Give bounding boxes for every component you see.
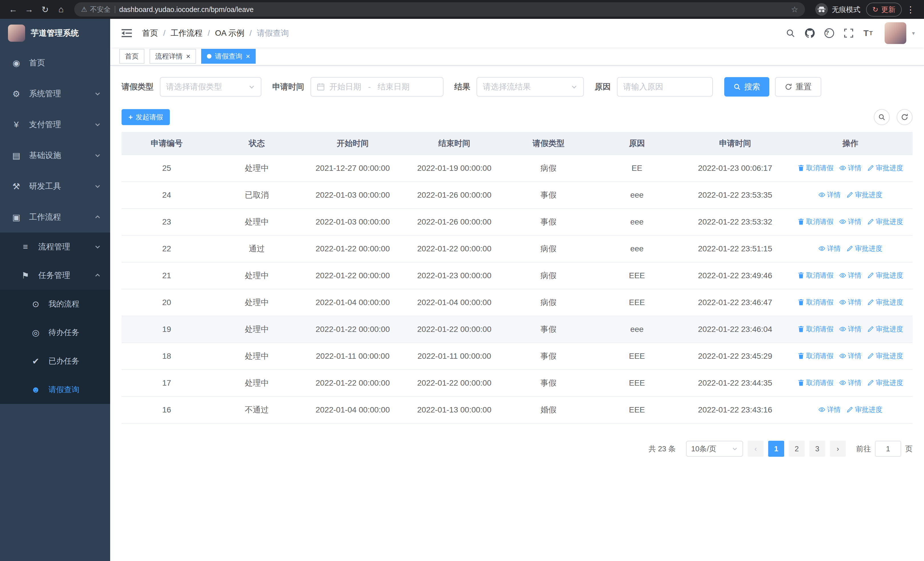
- cancel-leave-link[interactable]: 取消请假: [798, 351, 834, 361]
- sidebar-item-home[interactable]: ◉首页: [0, 47, 110, 78]
- sidebar-item-leave-query[interactable]: ☻请假查询: [0, 375, 110, 404]
- eye-icon: ◎: [31, 328, 40, 338]
- approval-progress-link[interactable]: 审批进度: [867, 325, 903, 334]
- detail-link[interactable]: 详情: [818, 190, 841, 199]
- sidebar-item-done-task[interactable]: ✔已办任务: [0, 347, 110, 375]
- tools-icon: ⚒: [11, 181, 21, 191]
- cancel-leave-link[interactable]: 取消请假: [798, 298, 834, 307]
- detail-link[interactable]: 详情: [839, 271, 861, 280]
- breadcrumb-item[interactable]: 工作流程: [171, 28, 202, 39]
- detail-link[interactable]: 详情: [839, 378, 861, 387]
- sidebar-item-my-process[interactable]: ⊙我的流程: [0, 290, 110, 318]
- sidebar-item-todo-task[interactable]: ◎待办任务: [0, 318, 110, 347]
- back-icon[interactable]: ←: [6, 2, 21, 17]
- reason-label: 原因: [595, 81, 610, 92]
- sidebar-item-workflow[interactable]: ▣工作流程: [0, 202, 110, 233]
- sidebar-item-infrastructure[interactable]: ▤基础设施: [0, 140, 110, 171]
- edit-icon: [867, 299, 874, 305]
- tab-首页[interactable]: 首页: [119, 49, 144, 64]
- security-warning[interactable]: ⚠ 不安全: [81, 5, 111, 14]
- collapse-sidebar-icon[interactable]: [119, 26, 134, 40]
- cancel-leave-link[interactable]: 取消请假: [798, 378, 834, 387]
- detail-link[interactable]: 详情: [839, 298, 861, 307]
- update-button[interactable]: ↻ 更新: [866, 3, 902, 17]
- leave-type-select[interactable]: 请选择请假类型: [160, 77, 261, 96]
- create-leave-button[interactable]: + 发起请假: [122, 109, 170, 125]
- breadcrumb-separator: /: [249, 29, 252, 38]
- chevron-down-icon: [94, 183, 101, 190]
- sidebar-item-task-management[interactable]: ⚑任务管理: [0, 261, 110, 290]
- cancel-leave-link[interactable]: 取消请假: [798, 325, 834, 334]
- home-icon[interactable]: ⌂: [54, 2, 69, 17]
- user-avatar[interactable]: [885, 22, 906, 44]
- table-row: 16不通过2022-01-04 00:00:002022-01-13 00:00…: [122, 397, 913, 423]
- fullscreen-icon[interactable]: [841, 26, 856, 41]
- toggle-search-button[interactable]: [874, 109, 890, 125]
- approval-progress-link[interactable]: 审批进度: [867, 217, 903, 226]
- breadcrumb-item[interactable]: 首页: [142, 28, 158, 39]
- bookmark-star-icon[interactable]: ☆: [791, 5, 798, 14]
- breadcrumb: 首页/工作流程/OA 示例/请假查询: [142, 28, 289, 39]
- approval-progress-link[interactable]: 审批进度: [867, 271, 903, 280]
- table-row: 20处理中2022-01-04 00:00:002022-01-04 00:00…: [122, 289, 913, 316]
- dashboard-icon: ◉: [11, 58, 21, 68]
- sidebar-item-payment[interactable]: ¥支付管理: [0, 109, 110, 140]
- cancel-leave-link[interactable]: 取消请假: [798, 217, 834, 226]
- prev-page-button[interactable]: ‹: [748, 441, 764, 457]
- sidebar-item-process-management[interactable]: ≡流程管理: [0, 233, 110, 261]
- page-button-2[interactable]: 2: [789, 441, 805, 457]
- goto-page-input[interactable]: [875, 441, 901, 457]
- detail-link[interactable]: 详情: [839, 163, 861, 173]
- eye-icon: [839, 218, 846, 225]
- column-header: 状态: [212, 132, 302, 155]
- detail-link[interactable]: 详情: [839, 217, 861, 226]
- page-size-select[interactable]: 10条/页: [686, 441, 743, 457]
- eye-icon: [818, 245, 825, 252]
- eye-icon: [839, 379, 846, 386]
- approval-progress-link[interactable]: 审批进度: [846, 190, 882, 199]
- search-button[interactable]: 搜索: [724, 77, 770, 96]
- tab-请假查询[interactable]: 请假查询×: [201, 49, 256, 64]
- chevron-down-icon: [94, 244, 101, 250]
- browser-menu-icon[interactable]: ⋮: [903, 5, 918, 15]
- github-icon[interactable]: [802, 26, 817, 41]
- approval-progress-link[interactable]: 审批进度: [867, 351, 903, 361]
- result-select[interactable]: 请选择流结果: [477, 77, 584, 96]
- approval-progress-link[interactable]: 审批进度: [846, 405, 882, 414]
- close-icon[interactable]: ×: [246, 53, 250, 60]
- address-bar[interactable]: ⚠ 不安全 dashboard.yudao.iocoder.cn/bpm/oa/…: [74, 2, 805, 17]
- page-button-1[interactable]: 1: [768, 441, 784, 457]
- monitor-icon: ▤: [11, 150, 21, 161]
- search-icon[interactable]: [783, 26, 798, 41]
- reason-input[interactable]: [623, 82, 706, 92]
- detail-link[interactable]: 详情: [839, 325, 861, 334]
- cancel-leave-link[interactable]: 取消请假: [798, 163, 834, 173]
- url-text: dashboard.yudao.iocoder.cn/bpm/oa/leave: [119, 5, 787, 14]
- approval-progress-link[interactable]: 审批进度: [846, 244, 882, 253]
- detail-link[interactable]: 详情: [818, 405, 841, 414]
- detail-link[interactable]: 详情: [818, 244, 841, 253]
- reset-button[interactable]: 重置: [775, 77, 821, 96]
- incognito-indicator: 无痕模式: [815, 3, 860, 16]
- breadcrumb-item[interactable]: OA 示例: [215, 28, 244, 39]
- approval-progress-link[interactable]: 审批进度: [867, 378, 903, 387]
- font-size-icon[interactable]: TT: [861, 26, 876, 41]
- approval-progress-link[interactable]: 审批进度: [867, 298, 903, 307]
- forward-icon[interactable]: →: [22, 2, 36, 17]
- table-row: 24已取消2022-01-03 00:00:002022-01-26 00:00…: [122, 182, 913, 209]
- refresh-table-button[interactable]: [897, 109, 913, 125]
- reload-icon[interactable]: ↻: [38, 2, 52, 17]
- cancel-leave-link[interactable]: 取消请假: [798, 271, 834, 280]
- approval-progress-link[interactable]: 审批进度: [867, 163, 903, 173]
- sidebar-item-devtools[interactable]: ⚒研发工具: [0, 171, 110, 202]
- close-icon[interactable]: ×: [186, 53, 190, 60]
- app-logo[interactable]: 芋道管理系统: [0, 19, 110, 47]
- apply-time-range-picker[interactable]: 开始日期 - 结束日期: [310, 77, 444, 96]
- tab-流程详情[interactable]: 流程详情×: [150, 49, 196, 64]
- detail-link[interactable]: 详情: [839, 351, 861, 361]
- sidebar-item-system[interactable]: ⚙系统管理: [0, 78, 110, 109]
- column-header: 原因: [592, 132, 682, 155]
- next-page-button[interactable]: ›: [830, 441, 846, 457]
- page-button-3[interactable]: 3: [809, 441, 825, 457]
- help-icon[interactable]: ?: [824, 28, 834, 38]
